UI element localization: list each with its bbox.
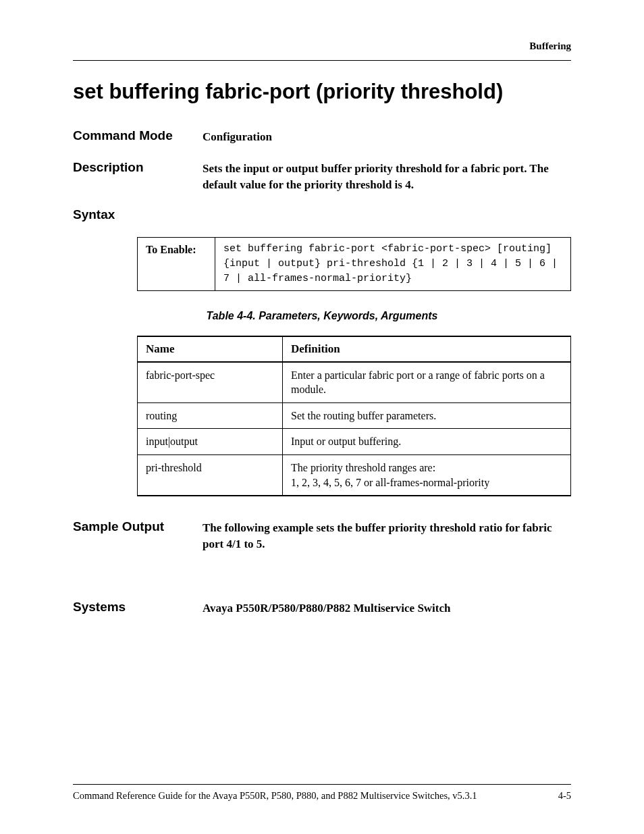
footer-page: 4-5 xyxy=(558,790,571,802)
description-label: Description xyxy=(73,160,203,193)
params-table-wrapper: Name Definition fabric-port-specEnter a … xyxy=(137,336,571,497)
command-mode-label: Command Mode xyxy=(73,128,203,145)
param-name: fabric-port-spec xyxy=(138,362,283,403)
footer: Command Reference Guide for the Avaya P5… xyxy=(73,784,571,802)
syntax-row: Syntax xyxy=(73,207,571,222)
syntax-table: To Enable: set buffering fabric-port <fa… xyxy=(137,237,571,290)
page-title: set buffering fabric-port (priority thre… xyxy=(73,80,571,104)
table-row: pri-thresholdThe priority threshold rang… xyxy=(138,455,571,496)
param-name: pri-threshold xyxy=(138,455,283,496)
to-enable-label: To Enable: xyxy=(138,238,215,290)
command-mode-value: Configuration xyxy=(203,128,571,145)
param-definition: Set the routing buffer parameters. xyxy=(283,402,571,429)
param-name: routing xyxy=(138,402,283,429)
param-definition: The priority threshold ranges are:1, 2, … xyxy=(283,455,571,496)
header-definition: Definition xyxy=(283,336,571,362)
sample-output-row: Sample Output The following example sets… xyxy=(73,519,571,552)
footer-row: Command Reference Guide for the Avaya P5… xyxy=(73,790,571,802)
command-mode-row: Command Mode Configuration xyxy=(73,128,571,145)
params-table-caption: Table 4-4. Parameters, Keywords, Argumen… xyxy=(73,310,571,322)
description-value: Sets the input or output buffer priority… xyxy=(203,160,571,193)
footer-guide: Command Reference Guide for the Avaya P5… xyxy=(73,790,477,802)
header-name: Name xyxy=(138,336,283,362)
systems-value: Avaya P550R/P580/P880/P882 Multiservice … xyxy=(203,600,571,617)
syntax-table-wrapper: To Enable: set buffering fabric-port <fa… xyxy=(137,237,571,290)
param-definition: Enter a particular fabric port or a rang… xyxy=(283,362,571,403)
header-section-label: Buffering xyxy=(73,41,571,52)
syntax-body xyxy=(203,207,571,222)
params-tbody: fabric-port-specEnter a particular fabri… xyxy=(138,362,571,496)
table-row: To Enable: set buffering fabric-port <fa… xyxy=(138,238,571,290)
table-row: input|outputInput or output buffering. xyxy=(138,429,571,455)
table-header-row: Name Definition xyxy=(138,336,571,362)
syntax-code: set buffering fabric-port <fabric-port-s… xyxy=(215,238,571,290)
param-definition: Input or output buffering. xyxy=(283,429,571,455)
table-row: routingSet the routing buffer parameters… xyxy=(138,402,571,429)
sample-output-label: Sample Output xyxy=(73,519,203,552)
footer-rule xyxy=(73,784,571,785)
syntax-label: Syntax xyxy=(73,207,203,222)
param-name: input|output xyxy=(138,429,283,455)
sample-output-value: The following example sets the buffer pr… xyxy=(203,519,571,552)
description-row: Description Sets the input or output buf… xyxy=(73,160,571,193)
header-rule xyxy=(73,60,571,61)
table-row: fabric-port-specEnter a particular fabri… xyxy=(138,362,571,403)
systems-row: Systems Avaya P550R/P580/P880/P882 Multi… xyxy=(73,600,571,617)
systems-label: Systems xyxy=(73,600,203,617)
params-table: Name Definition fabric-port-specEnter a … xyxy=(137,336,571,497)
